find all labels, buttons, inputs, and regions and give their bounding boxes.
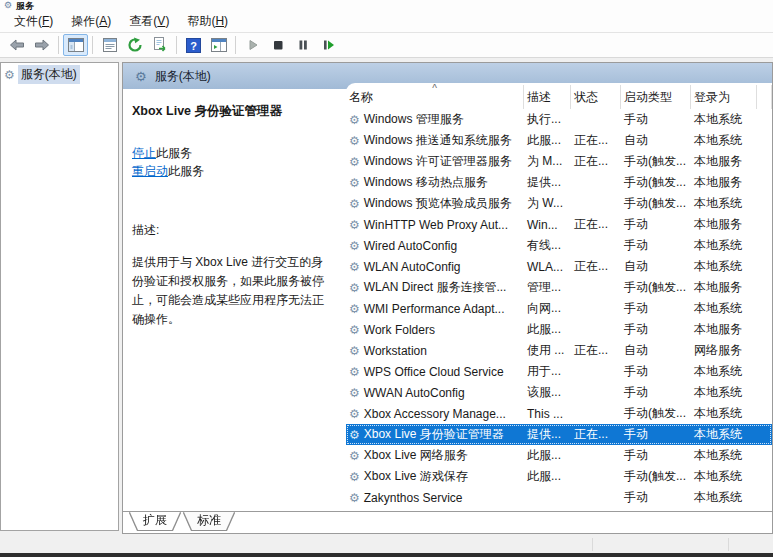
stop-service-icon <box>271 38 285 52</box>
restart-service-line: 重启动此服务 <box>132 162 334 180</box>
service-description: This ... <box>524 407 571 421</box>
service-gear-icon: ⚙ <box>349 260 360 274</box>
service-row[interactable]: ⚙ Windows 移动热点服务 提供... 手动(触发... 本地服务 <box>346 172 772 193</box>
start-service-button[interactable] <box>240 34 265 56</box>
list-header: ^ 名称 描述 状态 启动类型 登录为 <box>346 83 772 109</box>
pause-service-button[interactable] <box>290 34 315 56</box>
service-logon-as: 本地系统 <box>691 489 757 506</box>
service-row[interactable]: ⚙ Zakynthos Service 手动 本地系统 <box>346 487 772 508</box>
service-gear-icon: ⚙ <box>349 449 360 463</box>
service-name: Windows 管理服务 <box>364 111 464 128</box>
service-row[interactable]: ⚙ Wired AutoConfig 有线... 手动 本地系统 <box>346 235 772 256</box>
service-row[interactable]: ⚙ Workstation 使用 ... 正在... 自动 网络服务 <box>346 340 772 361</box>
selected-service-title: Xbox Live 身份验证管理器 <box>132 103 334 120</box>
service-row[interactable]: ⚙ Xbox Live 网络服务 此服... 手动 本地系统 <box>346 445 772 466</box>
column-header-status[interactable]: 状态 <box>571 85 621 109</box>
service-logon-as: 本地系统 <box>691 111 757 128</box>
refresh-icon <box>127 37 143 53</box>
service-row[interactable]: ⚙ WWAN AutoConfig 该服... 手动 本地系统 <box>346 382 772 403</box>
service-row[interactable]: ⚙ Xbox Accessory Manage... This ... 手动(触… <box>346 403 772 424</box>
tab-extended[interactable]: 扩展 <box>130 512 180 530</box>
forward-button[interactable] <box>29 34 54 56</box>
view-tab-strip: 扩展 标准 <box>123 511 772 533</box>
restart-service-button[interactable] <box>315 34 340 56</box>
service-startup-type: 手动(触发... <box>621 195 691 212</box>
menu-view[interactable]: 查看(V) <box>120 10 178 33</box>
stop-service-button[interactable] <box>265 34 290 56</box>
column-header-logon-as[interactable]: 登录为 <box>691 85 757 109</box>
service-gear-icon: ⚙ <box>349 239 360 253</box>
menu-action[interactable]: 操作(A) <box>62 10 120 33</box>
back-button[interactable] <box>4 34 29 56</box>
column-header-name[interactable]: ^ 名称 <box>346 85 524 109</box>
menu-file[interactable]: 文件(F) <box>5 10 62 33</box>
service-description: 为 W... <box>524 195 571 212</box>
services-mmc-window: ⚙ 服务 文件(F) 操作(A) 查看(V) 帮助(H) <box>0 0 773 557</box>
service-gear-icon: ⚙ <box>349 344 360 358</box>
service-status: 正在... <box>571 216 621 233</box>
svg-text:?: ? <box>190 39 197 51</box>
service-startup-type: 手动(触发... <box>621 405 691 422</box>
show-action-pane-button[interactable] <box>206 34 231 56</box>
stop-service-line: 停止此服务 <box>132 144 334 162</box>
service-gear-icon: ⚙ <box>349 176 360 190</box>
help-button[interactable]: ? <box>181 34 206 56</box>
service-gear-icon: ⚙ <box>349 281 360 295</box>
service-status: 正在... <box>571 153 621 170</box>
column-header-startup-type[interactable]: 启动类型 <box>621 85 691 109</box>
service-row[interactable]: ⚙ Windows 管理服务 执行... 手动 本地系统 <box>346 109 772 130</box>
refresh-button[interactable] <box>122 34 147 56</box>
service-description: Win... <box>524 218 571 232</box>
service-row[interactable]: ⚙ Windows 推送通知系统服务 此服... 正在... 自动 本地系统 <box>346 130 772 151</box>
properties-button[interactable] <box>97 34 122 56</box>
service-description: 使用 ... <box>524 342 571 359</box>
column-header-description[interactable]: 描述 <box>524 85 571 109</box>
export-list-icon <box>152 37 168 53</box>
column-header-filler <box>757 85 772 109</box>
service-name: Windows 推送通知系统服务 <box>364 132 512 149</box>
show-console-tree-button[interactable] <box>63 34 88 56</box>
service-row[interactable]: ⚙ Windows 预览体验成员服务 为 W... 手动(触发... 本地系统 <box>346 193 772 214</box>
service-row[interactable]: ⚙ Xbox Live 身份验证管理器 提供... 正在... 手动 本地系统 <box>346 424 772 445</box>
tree-item-services-local[interactable]: ⚙ 服务(本地) <box>4 65 118 84</box>
service-startup-type: 手动 <box>621 111 691 128</box>
service-description: 管理... <box>524 279 571 296</box>
service-row[interactable]: ⚙ WLAN Direct 服务连接管... 管理... 手动(触发... 本地… <box>346 277 772 298</box>
service-startup-type: 手动 <box>621 216 691 233</box>
export-list-button[interactable] <box>147 34 172 56</box>
extended-detail-panel: Xbox Live 身份验证管理器 停止此服务 重启动此服务 描述: 提供用于与… <box>123 89 344 511</box>
service-gear-icon: ⚙ <box>349 491 360 505</box>
toolbar-separator <box>235 36 236 54</box>
service-row[interactable]: ⚙ WLAN AutoConfig WLA... 正在... 自动 本地系统 <box>346 256 772 277</box>
service-startup-type: 手动(触发... <box>621 279 691 296</box>
service-name: Wired AutoConfig <box>364 239 457 253</box>
service-logon-as: 本地系统 <box>691 426 757 443</box>
restart-service-link[interactable]: 重启动 <box>132 164 168 178</box>
description-text: 提供用于与 Xbox Live 进行交互的身份验证和授权服务，如果此服务被停止，… <box>132 253 334 329</box>
service-logon-as: 本地系统 <box>691 363 757 380</box>
service-logon-as: 本地系统 <box>691 447 757 464</box>
service-description: 此服... <box>524 132 571 149</box>
service-startup-type: 手动 <box>621 384 691 401</box>
menu-bar: 文件(F) 操作(A) 查看(V) 帮助(H) <box>0 10 773 32</box>
service-logon-as: 本地系统 <box>691 132 757 149</box>
service-row[interactable]: ⚙ Windows 许可证管理器服务 为 M... 正在... 手动(触发...… <box>346 151 772 172</box>
service-row[interactable]: ⚙ Xbox Live 游戏保存 此服... 手动(触发... 本地系统 <box>346 466 772 487</box>
menu-help[interactable]: 帮助(H) <box>178 10 237 33</box>
service-row[interactable]: ⚙ Work Folders 此服... 手动 本地服务 <box>346 319 772 340</box>
service-logon-as: 本地服务 <box>691 216 757 233</box>
stop-service-link[interactable]: 停止 <box>132 146 156 160</box>
status-bar-separator <box>728 538 729 551</box>
service-description: 该服... <box>524 384 571 401</box>
service-row[interactable]: ⚙ WMI Performance Adapt... 向网... 手动 本地系统 <box>346 298 772 319</box>
service-startup-type: 手动 <box>621 237 691 254</box>
services-list-panel: ^ 名称 描述 状态 启动类型 登录为 ⚙ Windows 管理服务 执行...… <box>346 83 772 511</box>
tab-standard[interactable]: 标准 <box>184 512 234 530</box>
service-name: Windows 预览体验成员服务 <box>364 195 512 212</box>
service-row[interactable]: ⚙ WPS Office Cloud Service 用于... 手动 本地系统 <box>346 361 772 382</box>
service-rows: ⚙ Windows 管理服务 执行... 手动 本地系统 ⚙ Windows 推… <box>346 109 772 508</box>
service-startup-type: 手动(触发... <box>621 468 691 485</box>
console-tree-panel: ⚙ 服务(本地) <box>0 62 119 531</box>
service-row[interactable]: ⚙ WinHTTP Web Proxy Aut... Win... 正在... … <box>346 214 772 235</box>
service-logon-as: 本地系统 <box>691 405 757 422</box>
